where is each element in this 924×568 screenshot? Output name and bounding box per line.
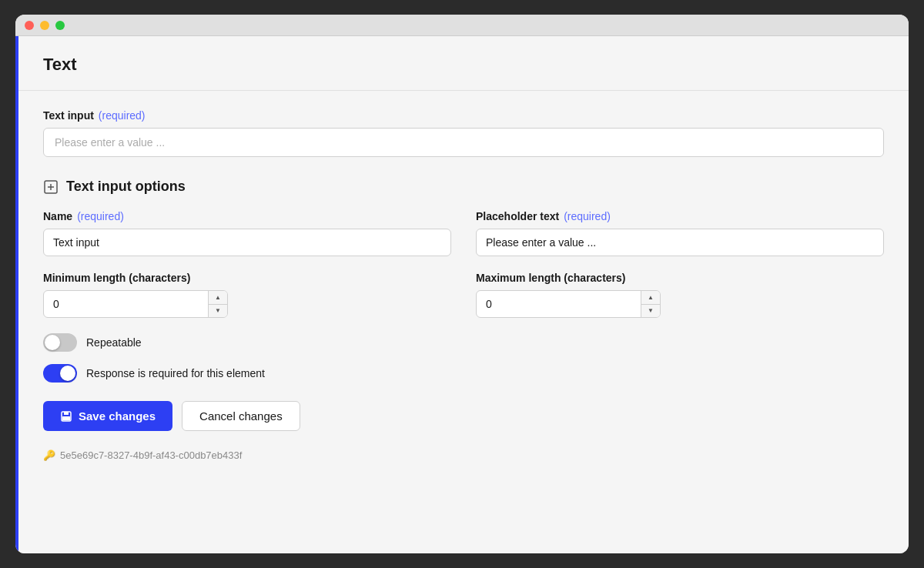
close-button[interactable] bbox=[25, 21, 34, 30]
response-required-toggle[interactable] bbox=[43, 364, 77, 383]
max-length-spinners: ▲ ▼ bbox=[641, 291, 660, 317]
options-header: Text input options bbox=[43, 179, 884, 195]
name-placeholder-row: Name (required) Placeholder text (requir… bbox=[43, 210, 884, 256]
id-row: 🔑 5e5e69c7-8327-4b9f-af43-c00db7eb433f bbox=[43, 449, 884, 461]
button-row: Save changes Cancel changes bbox=[43, 401, 884, 431]
max-length-up-button[interactable]: ▲ bbox=[641, 291, 660, 305]
max-length-group: Maximum length (characters) ▲ ▼ bbox=[476, 272, 884, 318]
repeatable-label: Repeatable bbox=[86, 336, 142, 349]
cancel-button-label: Cancel changes bbox=[199, 409, 283, 423]
name-input[interactable] bbox=[43, 229, 451, 256]
max-length-input[interactable] bbox=[477, 291, 641, 317]
cancel-button[interactable]: Cancel changes bbox=[182, 401, 300, 431]
options-title: Text input options bbox=[66, 179, 186, 195]
placeholder-field-group: Placeholder text (required) bbox=[476, 210, 884, 256]
placeholder-input[interactable] bbox=[476, 229, 884, 256]
response-required-row: Response is required for this element bbox=[43, 364, 884, 383]
main-input-label: Text input (required) bbox=[43, 109, 884, 122]
maximize-button[interactable] bbox=[55, 21, 65, 30]
svg-rect-5 bbox=[62, 416, 70, 420]
repeatable-row: Repeatable bbox=[43, 333, 884, 352]
length-row: Minimum length (characters) ▲ ▼ Maximum … bbox=[43, 272, 884, 318]
min-length-spinners: ▲ ▼ bbox=[208, 291, 227, 317]
min-length-down-button[interactable]: ▼ bbox=[209, 305, 227, 318]
min-length-group: Minimum length (characters) ▲ ▼ bbox=[43, 272, 451, 318]
response-required-toggle-thumb bbox=[60, 366, 75, 381]
name-label: Name (required) bbox=[43, 210, 451, 222]
max-length-wrapper: ▲ ▼ bbox=[476, 290, 661, 318]
main-text-input[interactable] bbox=[43, 128, 884, 157]
max-length-label: Maximum length (characters) bbox=[476, 272, 884, 284]
svg-rect-4 bbox=[64, 412, 69, 415]
minimize-button[interactable] bbox=[40, 21, 49, 30]
options-icon bbox=[43, 179, 59, 195]
options-section: Text input options Name (required) bbox=[43, 179, 884, 461]
min-length-input[interactable] bbox=[44, 291, 208, 317]
main-input-label-text: Text input bbox=[43, 109, 94, 122]
placeholder-label-text: Placeholder text bbox=[476, 210, 559, 222]
titlebar bbox=[15, 15, 909, 36]
content-area: Text Text input (required) bbox=[18, 36, 909, 553]
save-button-label: Save changes bbox=[79, 409, 156, 423]
window-body: Text Text input (required) bbox=[15, 36, 909, 553]
main-input-required: (required) bbox=[99, 109, 146, 122]
min-length-wrapper: ▲ ▼ bbox=[43, 290, 228, 318]
placeholder-label: Placeholder text (required) bbox=[476, 210, 884, 222]
name-field-group: Name (required) bbox=[43, 210, 451, 256]
min-length-label: Minimum length (characters) bbox=[43, 272, 451, 284]
section-header: Text bbox=[18, 36, 909, 91]
repeatable-toggle[interactable] bbox=[43, 333, 77, 352]
save-icon bbox=[60, 410, 72, 423]
response-required-label: Response is required for this element bbox=[86, 367, 265, 379]
form-body: Text input (required) bbox=[18, 91, 909, 479]
repeatable-toggle-thumb bbox=[45, 335, 60, 350]
id-value: 5e5e69c7-8327-4b9f-af43-c00db7eb433f bbox=[60, 449, 242, 461]
placeholder-required: (required) bbox=[564, 210, 611, 222]
main-window: Text Text input (required) bbox=[15, 15, 909, 553]
key-icon: 🔑 bbox=[43, 449, 55, 461]
min-length-up-button[interactable]: ▲ bbox=[209, 291, 227, 305]
max-length-down-button[interactable]: ▼ bbox=[641, 305, 660, 318]
section-title: Text bbox=[43, 55, 884, 75]
main-input-group: Text input (required) bbox=[43, 109, 884, 157]
name-required: (required) bbox=[77, 210, 124, 222]
save-button[interactable]: Save changes bbox=[43, 401, 172, 431]
name-label-text: Name bbox=[43, 210, 72, 222]
